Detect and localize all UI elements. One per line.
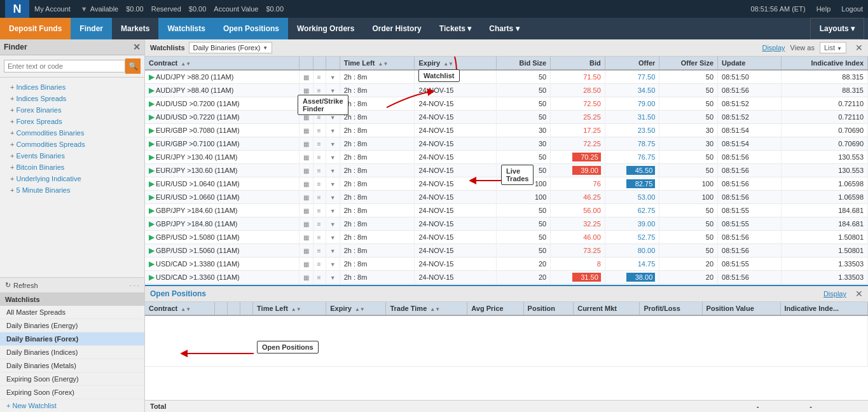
offer-cell[interactable]: 31.50 <box>605 111 659 124</box>
search-input[interactable] <box>4 60 125 72</box>
play-button[interactable]: ▶ <box>149 113 155 121</box>
play-button[interactable]: ▶ <box>149 166 155 175</box>
finder-button[interactable]: Finder <box>71 18 112 39</box>
chart-icon-cell[interactable]: ▦ <box>299 124 313 137</box>
play-button[interactable]: ▶ <box>149 126 155 135</box>
offer-cell[interactable]: 34.50 <box>605 84 659 97</box>
finder-nav-item-indices-spreads[interactable]: Indices Spreads <box>0 93 144 104</box>
offer-cell[interactable]: 77.50 <box>605 70 659 84</box>
chart-icon-cell[interactable]: ▦ <box>299 204 313 217</box>
open-positions-close-button[interactable]: ✕ <box>855 289 863 299</box>
bid-cell[interactable]: 31.50 <box>551 271 605 284</box>
play-button[interactable]: ▶ <box>149 153 155 161</box>
bar-icon-cell[interactable]: ≡ <box>313 137 326 151</box>
add-watchlist-button[interactable]: New Watchlist <box>0 399 144 412</box>
arrow-icon-cell[interactable]: ▼ <box>326 191 340 204</box>
chart-icon-cell[interactable]: ▦ <box>299 217 313 231</box>
bar-icon-cell[interactable]: ≡ <box>313 204 326 217</box>
bid-cell[interactable]: 46.25 <box>551 191 605 204</box>
watchlist-item-daily-binaries-energy-[interactable]: Daily Binaries (Energy) <box>0 319 144 333</box>
offer-highlighted[interactable]: 38.00 <box>626 273 655 282</box>
offer-cell[interactable]: 45.50 <box>605 164 659 177</box>
play-button[interactable]: ▶ <box>149 139 155 148</box>
bar-icon-cell[interactable]: ≡ <box>313 244 326 258</box>
view-as-button[interactable]: List ▼ <box>820 42 846 53</box>
play-button[interactable]: ▶ <box>149 193 155 202</box>
bid-highlighted[interactable]: 70.25 <box>572 153 601 161</box>
chart-icon-cell[interactable]: ▦ <box>299 164 313 177</box>
watchlist-item-expiring-soon-energy-[interactable]: Expiring Soon (Energy) <box>0 373 144 386</box>
bid-cell[interactable]: 25.25 <box>551 284 605 285</box>
finder-nav-item-underlying-indicative[interactable]: Underlying Indicative <box>0 173 144 184</box>
bar-icon-cell[interactable]: ≡ <box>313 164 326 177</box>
markets-button[interactable]: Markets <box>112 18 158 39</box>
bar-icon-cell[interactable]: ≡ <box>313 191 326 204</box>
my-account-label[interactable]: My Account <box>34 5 71 13</box>
watchlist-item-expiring-soon-forex-[interactable]: Expiring Soon (Forex) <box>0 386 144 399</box>
bid-cell[interactable]: 70.25 <box>551 151 605 164</box>
chart-icon-cell[interactable]: ▦ <box>299 284 313 285</box>
play-button[interactable]: ▶ <box>149 86 155 95</box>
bid-cell[interactable]: 56.00 <box>551 204 605 217</box>
open-positions-button[interactable]: Open Positions <box>214 18 288 39</box>
offer-cell[interactable]: 53.00 <box>605 191 659 204</box>
finder-nav-item-bitcoin-binaries[interactable]: Bitcoin Binaries <box>0 161 144 173</box>
search-button[interactable]: 🔍 <box>125 58 141 74</box>
bid-cell[interactable]: 72.50 <box>551 97 605 111</box>
play-button[interactable]: ▶ <box>149 179 155 188</box>
offer-highlighted[interactable]: 82.75 <box>626 179 655 188</box>
chart-icon-cell[interactable]: ▦ <box>299 271 313 284</box>
bar-icon-cell[interactable]: ≡ <box>313 151 326 164</box>
arrow-icon-cell[interactable]: ▼ <box>326 177 340 191</box>
arrow-icon-cell[interactable]: ▼ <box>326 271 340 284</box>
arrow-icon-cell[interactable]: ▼ <box>326 137 340 151</box>
arrow-icon-cell[interactable]: ▼ <box>326 164 340 177</box>
arrow-icon-cell[interactable]: ▼ <box>326 124 340 137</box>
bar-icon-cell[interactable]: ≡ <box>313 70 326 84</box>
finder-close-button[interactable]: ✕ <box>133 42 141 52</box>
offer-cell[interactable]: 14.75 <box>605 258 659 271</box>
chart-icon-cell[interactable]: ▦ <box>299 258 313 271</box>
bar-icon-cell[interactable]: ≡ <box>313 217 326 231</box>
watchlist-item-all-master-spreads[interactable]: All Master Spreads <box>0 306 144 319</box>
deposit-funds-button[interactable]: Deposit Funds <box>0 18 71 39</box>
bid-cell[interactable]: 39.00 <box>551 164 605 177</box>
chart-icon-cell[interactable]: ▦ <box>299 70 313 84</box>
offer-highlighted[interactable]: 45.50 <box>626 166 655 175</box>
offer-cell[interactable]: 31.75 <box>605 284 659 285</box>
play-button[interactable]: ▶ <box>149 259 155 268</box>
finder-nav-item-indices-binaries[interactable]: Indices Binaries <box>0 81 144 93</box>
watchlists-button[interactable]: Watchlists <box>158 18 214 39</box>
finder-nav-item-commodities-binaries[interactable]: Commodities Binaries <box>0 127 144 139</box>
chart-icon-cell[interactable]: ▦ <box>299 151 313 164</box>
offer-cell[interactable]: 23.50 <box>605 124 659 137</box>
arrow-icon-cell[interactable]: ▼ <box>326 258 340 271</box>
finder-nav-item-forex-binaries[interactable]: Forex Binaries <box>0 104 144 116</box>
chart-icon-cell[interactable]: ▦ <box>299 137 313 151</box>
bid-cell[interactable]: 25.25 <box>551 111 605 124</box>
refresh-button[interactable]: ↻ Refresh - - - <box>0 277 144 292</box>
order-history-button[interactable]: Order History <box>363 18 430 39</box>
display-link[interactable]: Display <box>762 44 785 52</box>
bid-cell[interactable]: 17.25 <box>551 124 605 137</box>
arrow-icon-cell[interactable]: ▼ <box>326 231 340 244</box>
bid-cell[interactable]: 46.00 <box>551 231 605 244</box>
play-button[interactable]: ▶ <box>149 219 155 228</box>
logout-link[interactable]: Logout <box>841 5 863 13</box>
play-button[interactable]: ▶ <box>149 233 155 242</box>
finder-nav-item-commodities-spreads[interactable]: Commodities Spreads <box>0 139 144 150</box>
offer-cell[interactable]: 82.75 <box>605 177 659 191</box>
arrow-icon-cell[interactable]: ▼ <box>326 244 340 258</box>
chart-icon-cell[interactable]: ▦ <box>299 177 313 191</box>
play-button[interactable]: ▶ <box>149 206 155 215</box>
bid-highlighted[interactable]: 31.50 <box>572 273 601 282</box>
play-button[interactable]: ▶ <box>149 273 155 282</box>
arrow-icon-cell[interactable]: ▼ <box>326 204 340 217</box>
arrow-icon-cell[interactable]: ▼ <box>326 151 340 164</box>
offer-cell[interactable]: 78.75 <box>605 137 659 151</box>
bar-icon-cell[interactable]: ≡ <box>313 258 326 271</box>
finder-nav-item-events-binaries[interactable]: Events Binaries <box>0 150 144 161</box>
finder-nav-item-5-minute-binaries[interactable]: 5 Minute Binaries <box>0 184 144 196</box>
bid-cell[interactable]: 32.25 <box>551 217 605 231</box>
bid-cell[interactable]: 71.50 <box>551 70 605 84</box>
